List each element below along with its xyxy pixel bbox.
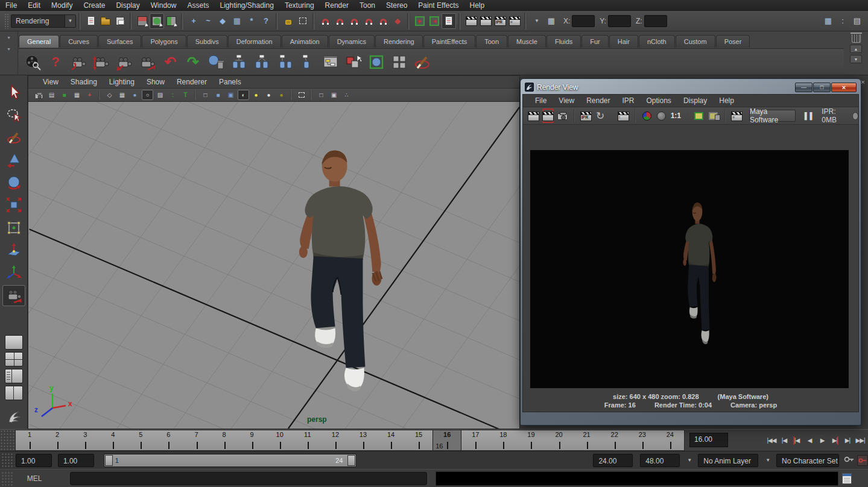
animation-start-field[interactable]: 1.00 bbox=[16, 454, 52, 467]
menu-toon[interactable]: Toon bbox=[354, 0, 381, 11]
render-current-frame-button[interactable] bbox=[542, 108, 554, 123]
camera-attributes-button[interactable] bbox=[33, 90, 45, 100]
shelf-tab-fluids[interactable]: Fluids bbox=[546, 35, 581, 48]
range-end-handle[interactable] bbox=[347, 455, 355, 466]
redo-button[interactable]: ↷ bbox=[183, 51, 203, 73]
textured-mode-button[interactable]: T bbox=[180, 90, 191, 100]
construction-history-button[interactable] bbox=[442, 13, 456, 29]
step-back-key-button[interactable]: |◀ bbox=[778, 433, 790, 448]
rv-menu-file[interactable]: File bbox=[529, 96, 553, 105]
panel-menu-lighting[interactable]: Lighting bbox=[103, 78, 141, 86]
rv-menu-ipr[interactable]: IPR bbox=[616, 96, 641, 105]
render-region-button[interactable]: ∶ bbox=[618, 108, 629, 123]
renderer-selector[interactable]: Maya Software bbox=[749, 110, 796, 122]
shaded-cube-button[interactable]: ■ bbox=[212, 90, 224, 100]
hypergraph-button[interactable] bbox=[320, 51, 341, 73]
smooth-shade-button[interactable]: ● bbox=[129, 90, 141, 100]
parent-button[interactable] bbox=[274, 51, 295, 73]
menu-assets[interactable]: Assets bbox=[182, 0, 214, 11]
camera-track-button[interactable] bbox=[91, 51, 112, 73]
2d-pan-zoom-button[interactable]: + bbox=[84, 90, 95, 100]
shelf-tab-surfaces[interactable]: Surfaces bbox=[98, 35, 141, 48]
shelf-tab-custom[interactable]: Custom bbox=[676, 35, 715, 48]
panel-menu-panels[interactable]: Panels bbox=[213, 78, 247, 86]
anim-layer-field[interactable]: No Anim Layer bbox=[698, 454, 758, 467]
refresh-ipr-button[interactable]: ↻ bbox=[595, 108, 606, 123]
highlight-selection-button[interactable] bbox=[296, 13, 310, 29]
open-render-view-button[interactable] bbox=[464, 13, 478, 29]
menu-file[interactable]: File bbox=[0, 0, 22, 11]
perspective-viewport[interactable]: View Shading Lighting Show Renderer Pane… bbox=[28, 75, 520, 429]
paint-select-tool[interactable] bbox=[2, 127, 25, 148]
auto-keyframe-toggle[interactable] bbox=[857, 455, 868, 466]
step-forward-frame-button[interactable]: ▶| bbox=[829, 433, 841, 448]
menu-stereo[interactable]: Stereo bbox=[381, 0, 413, 11]
current-time-field[interactable]: 16.00 bbox=[689, 433, 728, 447]
wireframe-mode-button[interactable]: ◇ bbox=[104, 90, 115, 100]
mask-dynamics-button[interactable]: * bbox=[244, 13, 259, 29]
mask-points-button[interactable]: + bbox=[186, 13, 201, 29]
menu-render[interactable]: Render bbox=[320, 0, 354, 11]
layout-single-pane-button[interactable] bbox=[5, 335, 23, 350]
bookmark-button[interactable]: ■ bbox=[59, 90, 70, 100]
delete-unused-button[interactable] bbox=[206, 51, 226, 73]
save-scene-button[interactable] bbox=[113, 13, 127, 29]
camera-settings-button[interactable]: ▤ bbox=[46, 90, 57, 100]
shelf-tab-poser[interactable]: Poser bbox=[716, 35, 750, 48]
wireframe-on-shaded-button[interactable]: ▣ bbox=[225, 90, 236, 100]
rv-menu-options[interactable]: Options bbox=[641, 96, 677, 105]
render-current-frame-button[interactable] bbox=[478, 13, 493, 29]
frame-cell[interactable]: 14 bbox=[377, 430, 405, 450]
z-coordinate-field[interactable] bbox=[644, 15, 667, 27]
menu-edit[interactable]: Edit bbox=[22, 0, 46, 11]
menu-help[interactable]: Help bbox=[464, 0, 490, 11]
divider[interactable] bbox=[130, 13, 133, 30]
anim-layer-dropdown-button[interactable]: ▼ bbox=[685, 456, 694, 465]
keep-image-button[interactable] bbox=[693, 108, 705, 123]
image-plane-button[interactable]: ▦ bbox=[71, 90, 83, 100]
frame-cell[interactable]: 18 bbox=[489, 430, 517, 450]
frame-cell[interactable]: 10 bbox=[266, 430, 294, 450]
shelf-scroll-down-button[interactable]: ▼ bbox=[850, 55, 862, 63]
soft-modification-tool[interactable] bbox=[2, 240, 25, 262]
last-tool-camera[interactable] bbox=[2, 285, 25, 307]
x-coordinate-field[interactable] bbox=[572, 15, 595, 27]
menu-window[interactable]: Window bbox=[145, 0, 182, 11]
timeline-ruler[interactable]: 1 2 3 4 5 6 7 8 9 10 11 12 13 14 15 1616… bbox=[15, 430, 685, 451]
shelf-tab-ncloth[interactable]: nCloth bbox=[639, 35, 675, 48]
frame-cell[interactable]: 19 bbox=[517, 430, 545, 450]
range-start-handle[interactable] bbox=[105, 455, 113, 466]
frame-cell[interactable]: 20 bbox=[545, 430, 572, 450]
input-connections-button[interactable]: ▸ bbox=[413, 13, 427, 29]
shelf-tab-rendering[interactable]: Rendering bbox=[375, 35, 423, 48]
divider[interactable] bbox=[181, 13, 184, 30]
menu-modify[interactable]: Modify bbox=[46, 0, 78, 11]
ipr-render-button[interactable]: IPR bbox=[493, 13, 507, 29]
shelf-tab-muscle[interactable]: Muscle bbox=[508, 35, 546, 48]
frame-cell[interactable]: 23 bbox=[629, 430, 656, 450]
frame-cell[interactable]: 11 bbox=[294, 430, 322, 450]
render-settings-button[interactable]: ≡ bbox=[507, 13, 522, 29]
y-coordinate-field[interactable] bbox=[608, 15, 631, 27]
snapshot-button[interactable] bbox=[557, 108, 568, 123]
goto-end-button[interactable]: ▶▶| bbox=[854, 433, 866, 448]
mask-deformations-button[interactable]: ▦ bbox=[230, 13, 244, 29]
shelf-tab-arrow-icon[interactable]: ▾ bbox=[7, 35, 10, 40]
frame-cell[interactable]: 1 bbox=[16, 430, 43, 450]
play-forwards-button[interactable]: ▶ bbox=[816, 433, 828, 448]
render-view-window[interactable]: Render View — □ × File View Render IPR O… bbox=[520, 78, 861, 426]
real-size-button[interactable]: 1:1 bbox=[670, 108, 682, 123]
divider[interactable] bbox=[407, 13, 410, 30]
select-object-button[interactable] bbox=[150, 13, 164, 29]
output-connections-button[interactable]: ◂ bbox=[427, 13, 442, 29]
status-line-grip[interactable] bbox=[4, 13, 9, 29]
maya-wing-button[interactable] bbox=[2, 406, 25, 428]
isolate-cube-button[interactable]: □ bbox=[315, 90, 327, 100]
shelf-menu-gutter[interactable]: ▾ ▾ bbox=[0, 31, 18, 75]
frame-cell[interactable]: 17 bbox=[461, 430, 489, 450]
rv-menu-help[interactable]: Help bbox=[713, 96, 740, 105]
mask-curves-button[interactable]: ~ bbox=[201, 13, 215, 29]
highlight-selection-mode-button[interactable] bbox=[296, 90, 307, 100]
rv-menu-view[interactable]: View bbox=[553, 96, 580, 105]
snap-to-curve-button[interactable] bbox=[332, 13, 347, 29]
